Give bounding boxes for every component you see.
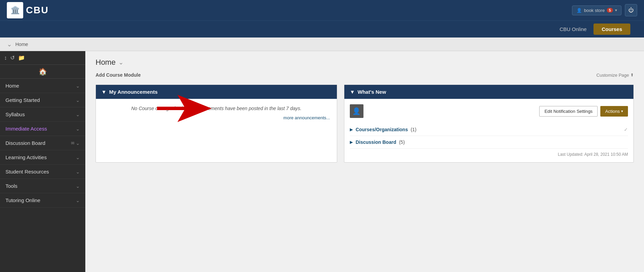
sidebar-refresh-button[interactable]: ↺ [10, 55, 15, 61]
top-header: 🏛️ CBU 👤 book store 5 ▾ ⏻ [0, 0, 644, 20]
announcements-module-body: No Course or Organization Announcements … [96, 99, 337, 140]
discussion-board-count: (5) [399, 139, 405, 145]
power-button[interactable]: ⏻ [625, 4, 637, 16]
whats-new-module-body: 👤 Edit Notification Settings Actions ▾ ▶ [344, 99, 633, 162]
sidebar-item-tutoring-online-chevron: ⌄ [76, 198, 80, 203]
courses-orgs-check-icon: ✓ [624, 127, 628, 132]
sidebar-item-tools[interactable]: Tools ⌄ [0, 179, 85, 193]
actions-button[interactable]: Actions ▾ [600, 106, 628, 117]
toolbar-row: Add Course Module Customize Page ⬆ [96, 72, 634, 78]
page-title: Home [96, 58, 116, 67]
add-course-module-button[interactable]: Add Course Module [96, 72, 141, 78]
bookstore-badge: 5 [607, 8, 613, 13]
last-updated-text: Last Updated: April 28, 2021 10:50 AM [350, 149, 628, 157]
user-avatar-small: 👤 [576, 8, 582, 13]
modules-row: ▼ My Announcements No Course or Organiza… [96, 85, 634, 163]
courses-orgs-expand-icon[interactable]: ▶ [350, 127, 353, 132]
discussion-board-link[interactable]: Discussion Board [356, 139, 396, 145]
sidebar-home-area: 🏠 [0, 65, 85, 79]
user-avatar: 👤 [350, 104, 363, 118]
discussion-board-ext-icon: ✉ [71, 141, 74, 146]
notification-buttons: Edit Notification Settings Actions ▾ [539, 106, 628, 117]
announcements-chevron-icon[interactable]: ▼ [101, 89, 106, 95]
content-area: Home ⌄ Add Course Module Customize Page … [85, 51, 644, 272]
sidebar-item-syllabus[interactable]: Syllabus ⌄ [0, 107, 85, 122]
customize-area: Customize Page ⬆ [597, 73, 634, 78]
power-icon: ⏻ [628, 7, 634, 13]
courses-orgs-link[interactable]: Courses/Organizations [356, 127, 408, 132]
cbu-online-nav-link[interactable]: CBU Online [560, 26, 587, 32]
breadcrumb-home[interactable]: Home [15, 42, 28, 47]
more-announcements-link[interactable]: more announcements... [103, 115, 330, 120]
sidebar-item-student-resources[interactable]: Student Resources ⌄ [0, 165, 85, 179]
whats-new-top-row: 👤 Edit Notification Settings Actions ▾ [350, 104, 628, 118]
logo-text: CBU [26, 5, 49, 16]
sidebar-item-getting-started[interactable]: Getting Started ⌄ [0, 93, 85, 107]
logo-icon: 🏛️ [7, 2, 23, 18]
sidebar-home-icon[interactable]: 🏠 [39, 67, 47, 76]
whats-new-module-header: ▼ What's New [344, 85, 633, 99]
announcement-body-text: No Course or Organization Announcements … [103, 106, 330, 111]
person-icon: 👤 [352, 107, 361, 115]
whats-new-item-discussion: ▶ Discussion Board (5) [350, 136, 628, 149]
sidebar-toolbar: ↕ ↺ 📁 [0, 51, 85, 65]
sidebar-item-tools-chevron: ⌄ [76, 183, 80, 189]
page-title-row: Home ⌄ [96, 58, 634, 67]
whats-new-chevron-icon[interactable]: ▼ [350, 89, 355, 95]
breadcrumb-bar: ⌄ Home [0, 37, 644, 51]
breadcrumb-chevron-icon[interactable]: ⌄ [7, 41, 12, 48]
top-right-area: 👤 book store 5 ▾ ⏻ [572, 4, 637, 16]
sidebar: ↕ ↺ 📁 🏠 Home ⌄ Getting Started ⌄ Syllabu… [0, 51, 85, 272]
sidebar-folder-button[interactable]: 📁 [18, 55, 25, 61]
main-layout: ↕ ↺ 📁 🏠 Home ⌄ Getting Started ⌄ Syllabu… [0, 51, 644, 272]
sidebar-item-learning-activities[interactable]: Learning Activities ⌄ [0, 150, 85, 165]
whats-new-module: ▼ What's New 👤 Edit Notification Setting… [344, 85, 634, 163]
whats-new-title: What's New [358, 89, 386, 95]
sidebar-item-getting-started-chevron: ⌄ [76, 97, 80, 103]
announcements-module: ▼ My Announcements No Course or Organiza… [96, 85, 337, 163]
page-title-chevron-icon[interactable]: ⌄ [118, 59, 124, 66]
sidebar-item-tutoring-online[interactable]: Tutoring Online ⌄ [0, 193, 85, 208]
sidebar-reorder-button[interactable]: ↕ [4, 55, 7, 61]
discussion-board-expand-icon[interactable]: ▶ [350, 140, 353, 145]
sidebar-item-home-chevron: ⌄ [76, 83, 80, 89]
secondary-header: What's New CBU Online Courses [0, 20, 644, 37]
sidebar-item-discussion-board[interactable]: Discussion Board ✉ ⌄ [0, 136, 85, 150]
announcements-module-header: ▼ My Announcements [96, 85, 337, 99]
courses-orgs-count: (1) [411, 127, 416, 132]
edit-notification-settings-button[interactable]: Edit Notification Settings [539, 106, 598, 117]
sidebar-item-discussion-board-chevron: ⌄ [76, 140, 80, 146]
customize-icon: ⬆ [630, 73, 634, 77]
bookstore-button[interactable]: 👤 book store 5 ▾ [572, 5, 621, 15]
sidebar-item-home[interactable]: Home ⌄ [0, 79, 85, 93]
customize-page-button[interactable]: Customize Page ⬆ [597, 73, 634, 78]
sidebar-item-syllabus-chevron: ⌄ [76, 112, 80, 117]
logo-area: 🏛️ CBU [7, 2, 49, 18]
bookstore-dropdown-icon: ▾ [615, 8, 617, 13]
sidebar-item-immediate-access[interactable]: Immediate Access ⌄ [0, 122, 85, 136]
sidebar-item-immediate-access-chevron: ⌄ [76, 126, 80, 132]
whats-new-item-courses: ▶ Courses/Organizations (1) ✓ [350, 123, 628, 136]
sidebar-item-learning-activities-chevron: ⌄ [76, 155, 80, 160]
announcements-title: My Announcements [109, 89, 158, 95]
sidebar-item-student-resources-chevron: ⌄ [76, 169, 80, 175]
courses-nav-button[interactable]: Courses [593, 24, 630, 35]
bookstore-label: book store [584, 8, 605, 13]
actions-dropdown-icon: ▾ [621, 109, 623, 114]
